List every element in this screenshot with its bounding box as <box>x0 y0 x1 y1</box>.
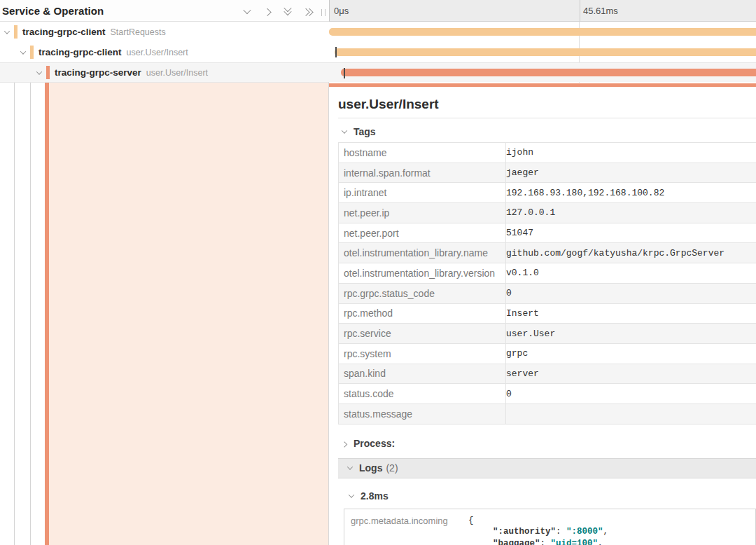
span-color-chip-1 <box>30 46 34 59</box>
log-timestamp-label: 2.8ms <box>360 490 388 502</box>
span-log-tick-2 <box>344 68 345 78</box>
tag-row: rpc.serviceuser.User <box>339 324 756 344</box>
tag-row: rpc.grpc.status_code0 <box>339 283 756 303</box>
timeline-row-2[interactable] <box>329 62 756 82</box>
span-service-name: tracing-grpc-client <box>38 47 122 57</box>
span-operation-name: user.User/Insert <box>127 48 188 57</box>
tag-row: status.message <box>339 403 756 424</box>
tag-row: hostnameijohn <box>339 143 756 163</box>
service-operation-title: Service & Operation <box>2 5 104 17</box>
tag-key: internal.span.format <box>339 163 506 183</box>
trace-timeline-view: Service & Operation tracing-grpc-client … <box>0 0 756 545</box>
tags-section-toggle[interactable]: Tags <box>338 118 756 142</box>
tag-value: server <box>506 364 756 384</box>
span-bar-1[interactable] <box>335 48 756 56</box>
tag-value: Insert <box>506 303 756 324</box>
column-resize-grip[interactable] <box>321 9 326 16</box>
span-operation-name: StartRequests <box>111 27 166 37</box>
tag-row: status.code0 <box>339 384 756 404</box>
span-bar-0[interactable] <box>329 28 756 36</box>
tag-key: net.peer.ip <box>339 203 506 223</box>
json-line: ":authority": ":8000", <box>468 526 608 538</box>
expanded-row-left-gutter <box>0 82 329 545</box>
tag-key: rpc.grpc.status_code <box>339 283 506 303</box>
json-line: "baggage": "uid=100", <box>468 538 608 545</box>
log-field-value-json: { ":authority": ":8000","baggage": "uid=… <box>468 515 608 545</box>
chevron-down-icon <box>347 492 356 500</box>
chevron-down-icon[interactable] <box>3 28 11 36</box>
span-tree-panel: Service & Operation tracing-grpc-client … <box>0 0 329 545</box>
tag-value <box>506 403 756 424</box>
chevron-down-icon[interactable] <box>19 48 27 57</box>
collapse-all-button[interactable] <box>282 6 293 17</box>
indent-guide <box>14 83 15 545</box>
tags-section-label: Tags <box>354 126 376 137</box>
timeline-row-0[interactable] <box>329 22 756 42</box>
json-open-brace: { <box>468 515 608 527</box>
tag-value: jaeger <box>506 163 756 183</box>
tag-value: github.com/gogf/katyusha/krpc.GrpcServer <box>506 243 756 263</box>
timeline-panel: 0μs 45.61ms user.User/Insert <box>329 0 756 545</box>
timeline-ruler: 0μs 45.61ms <box>329 0 756 22</box>
tags-table-body: hostnameijohninternal.span.formatjaegeri… <box>339 143 756 425</box>
chevron-right-icon <box>340 439 349 448</box>
process-section-toggle[interactable]: Process: <box>338 425 756 449</box>
tag-row: ip.intranet192.168.93.180,192.168.100.82 <box>339 183 756 203</box>
span-log-tick-1 <box>335 47 337 57</box>
tag-value: 51047 <box>506 223 756 243</box>
tree-toolbar <box>241 0 314 22</box>
span-bar-2[interactable] <box>341 69 756 76</box>
tag-key: net.peer.port <box>339 223 506 243</box>
tag-value: user.User <box>506 324 756 344</box>
chevron-down-icon[interactable] <box>35 69 43 77</box>
json-lines-container: ":authority": ":8000","baggage": "uid=10… <box>468 526 608 545</box>
tag-row: net.peer.port51047 <box>339 223 756 243</box>
tag-value: 0 <box>506 283 756 303</box>
double-chevron-right-icon <box>303 7 313 15</box>
log-entry-toggle[interactable]: 2.8ms <box>338 478 756 502</box>
span-detail-title: user.User/Insert <box>338 96 756 112</box>
process-section-label: Process: <box>354 438 395 449</box>
timeline-rows <box>329 22 756 83</box>
span-tree-header: Service & Operation <box>0 0 329 22</box>
chevron-down-icon <box>346 464 354 472</box>
tag-row: otel.instrumentation_library.versionv0.1… <box>339 263 756 284</box>
expand-one-button[interactable] <box>262 6 273 17</box>
tags-table: hostnameijohninternal.span.formatjaegeri… <box>338 142 756 425</box>
tag-row: internal.span.formatjaeger <box>339 163 756 183</box>
chevron-down-icon <box>243 6 251 13</box>
tag-row: otel.instrumentation_library.namegithub.… <box>339 243 756 263</box>
span-service-name: tracing-grpc-server <box>55 67 141 78</box>
span-row-client-insert[interactable]: tracing-grpc-client user.User/Insert <box>0 42 329 62</box>
tag-key: otel.instrumentation_library.name <box>339 243 506 263</box>
tag-value: grpc <box>506 343 756 364</box>
tag-row: net.peer.ip127.0.0.1 <box>339 203 756 223</box>
span-detail-panel: user.User/Insert Tags hostnameijohninter… <box>329 87 756 545</box>
log-field-key: grpc.metadata.incoming <box>351 515 468 526</box>
tag-key: status.message <box>339 403 506 424</box>
span-row-client-startrequests[interactable]: tracing-grpc-client StartRequests <box>0 22 329 42</box>
tag-row: rpc.systemgrpc <box>339 343 756 364</box>
span-row-server-insert[interactable]: tracing-grpc-server user.User/Insert <box>0 62 329 82</box>
chevron-down-icon <box>340 127 349 136</box>
tag-key: status.code <box>339 384 506 404</box>
chevron-right-icon <box>263 8 271 15</box>
time-tick-label: 45.61ms <box>583 6 618 16</box>
logs-section-label: Logs <box>359 462 382 474</box>
tag-value: ijohn <box>506 143 756 163</box>
logs-section-toggle[interactable]: Logs (2) <box>338 458 756 478</box>
expand-all-button[interactable] <box>302 6 314 17</box>
selected-row-highlight <box>49 83 328 545</box>
span-color-chip-0 <box>14 25 18 39</box>
tag-key: ip.intranet <box>339 183 506 203</box>
timeline-row-1[interactable] <box>329 42 756 62</box>
collapse-one-button[interactable] <box>241 6 253 17</box>
tag-key: rpc.method <box>339 303 506 324</box>
tag-value: 192.168.93.180,192.168.100.82 <box>506 183 756 203</box>
tag-value: 0 <box>506 384 756 404</box>
tag-row: rpc.methodInsert <box>339 303 756 324</box>
tag-key: span.kind <box>339 364 506 384</box>
tag-key: rpc.system <box>339 343 506 364</box>
indent-guide <box>30 83 31 545</box>
span-color-chip-2 <box>46 66 50 79</box>
